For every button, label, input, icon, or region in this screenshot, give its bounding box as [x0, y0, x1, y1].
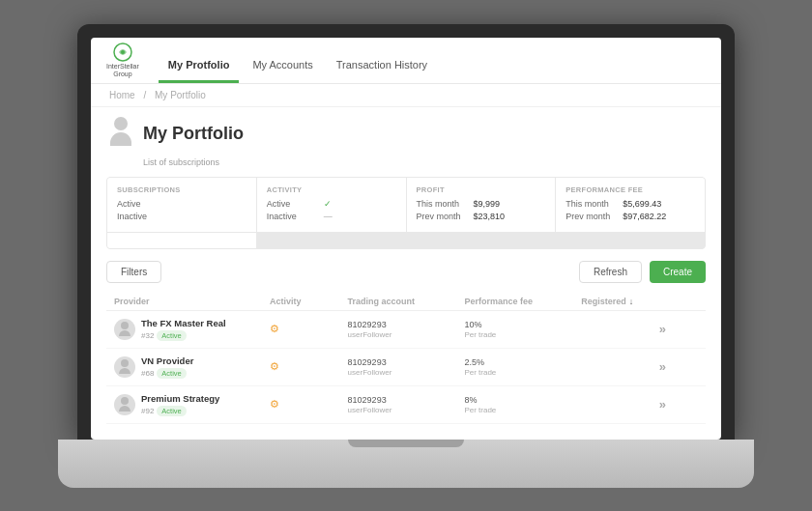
stat-perf-this: This month $5,699.43 — [566, 199, 695, 209]
avatar-body — [110, 132, 131, 146]
trading-info-1: 81029293 userFollower — [348, 320, 465, 339]
stat-perf-prev: Prev month $97,682.22 — [566, 212, 695, 221]
stat-row-inactive-sub: Inactive — [117, 212, 246, 221]
stat-key-active: Active — [117, 199, 170, 209]
provider-info-1: The FX Master Real #32 Active — [114, 318, 270, 341]
create-button[interactable]: Create — [650, 261, 706, 283]
refresh-button[interactable]: Refresh — [579, 261, 642, 283]
provider-details-2: VN Provider #68 Active — [141, 355, 193, 379]
activity-col-3: ⚙ — [270, 398, 348, 411]
provider-name-3: Premium Strategy — [141, 393, 219, 404]
activity-col-1: ⚙ — [270, 323, 348, 335]
toolbar: Filters Refresh Create — [106, 261, 706, 283]
stat-perf-fee-label: PERFORMANCE FEE — [566, 185, 695, 194]
laptop-base — [58, 440, 754, 488]
stat-profitable — [107, 233, 256, 248]
stat-profit-prev: Prev month $23,810 — [417, 212, 546, 221]
perf-pct-1: 10% — [464, 320, 581, 329]
trading-type-2: userFollower — [348, 368, 465, 377]
breadcrumb: Home / My Portfolio — [91, 84, 721, 107]
provider-avatar-2 — [114, 356, 135, 378]
stat-subscriptions-label: SUBSCRIPTIONS — [117, 185, 246, 194]
table-row: Premium Strategy #92 Active ⚙ 81029 — [106, 386, 706, 424]
col-header-perf: Performance fee — [464, 297, 581, 306]
trading-info-3: 81029293 userFollower — [348, 395, 465, 414]
dash-icon: — — [324, 212, 333, 221]
active-badge-1: Active — [157, 330, 186, 341]
provider-avatar-1 — [114, 319, 135, 340]
perf-type-2: Per trade — [464, 368, 581, 377]
filters-button[interactable]: Filters — [106, 261, 161, 283]
stat-key-inactive: Inactive — [117, 212, 170, 221]
main-content: My Portfolio List of subscriptions SUBSC… — [91, 107, 721, 440]
logo: InterStellarGroup — [106, 42, 139, 77]
chevron-right-icon-3: » — [659, 397, 666, 412]
sort-arrow-icon: ↓ — [629, 297, 634, 306]
stat-activity-label: ACTIVITY — [267, 185, 396, 194]
stat-row-active-sub: Active — [117, 199, 246, 209]
stat-act-inactive-key: Inactive — [267, 212, 320, 221]
table-row: The FX Master Real #32 Active ⚙ 810 — [106, 311, 706, 349]
stat-profit-prev-key: Prev month — [417, 212, 470, 221]
trading-account-2: 81029293 — [348, 357, 465, 367]
perf-pct-3: 8% — [464, 395, 581, 405]
row-action-1[interactable]: » — [659, 322, 698, 336]
table-header: Provider Activity Trading account Perfor… — [106, 293, 706, 311]
toolbar-right: Refresh Create — [579, 261, 706, 283]
chevron-right-icon-1: » — [659, 322, 666, 336]
avatar-head — [114, 117, 128, 130]
avatar — [106, 117, 135, 152]
stat-perf-prev-val: $97,682.22 — [623, 212, 666, 221]
provider-name-2: VN Provider — [141, 355, 193, 366]
stat-perf-this-val: $5,699.43 — [623, 199, 661, 209]
chevron-right-icon-2: » — [659, 359, 666, 374]
logo-text: InterStellarGroup — [106, 63, 139, 77]
provider-badge-3: #92 Active — [141, 406, 219, 416]
svg-point-1 — [121, 50, 125, 54]
stat-profit-this-key: This month — [417, 199, 470, 209]
gear-icon-3[interactable]: ⚙ — [270, 398, 279, 410]
portfolio-header: My Portfolio — [106, 117, 706, 152]
check-icon: ✓ — [324, 199, 332, 209]
breadcrumb-separator: / — [143, 90, 146, 100]
gear-icon-1[interactable]: ⚙ — [270, 323, 279, 334]
trading-account-3: 81029293 — [348, 395, 465, 405]
nav-tab-history[interactable]: Transaction History — [327, 59, 437, 83]
breadcrumb-home[interactable]: Home — [109, 90, 135, 100]
screen-bezel: InterStellarGroup My Protfolio My Accoun… — [77, 24, 735, 440]
stat-profit-label: PROFIT — [417, 185, 546, 194]
trading-type-1: userFollower — [348, 330, 465, 339]
col-header-trading: Trading account — [348, 297, 465, 306]
col-header-activity: Activity — [270, 297, 348, 306]
stat-activity: ACTIVITY Active ✓ Inactive — — [257, 178, 406, 232]
provider-avatar-3 — [114, 394, 135, 415]
provider-details-3: Premium Strategy #92 Active — [141, 393, 219, 416]
stats-grid: SUBSCRIPTIONS Active Inactive ACTIVITY — [106, 177, 706, 249]
provider-info-3: Premium Strategy #92 Active — [114, 393, 270, 416]
stat-act-active-key: Active — [267, 199, 320, 209]
row-action-3[interactable]: » — [659, 397, 698, 412]
perf-info-2: 2.5% Per trade — [464, 357, 581, 377]
nav-tab-portfolio[interactable]: My Protfolio — [159, 59, 240, 83]
stat-perf-fee: PERFORMANCE FEE This month $5,699.43 Pre… — [556, 178, 705, 232]
stat-profit-this: This month $9,999 — [417, 199, 546, 209]
perf-type-1: Per trade — [464, 330, 581, 339]
active-badge-3: Active — [157, 406, 186, 416]
top-navigation: InterStellarGroup My Protfolio My Accoun… — [91, 38, 721, 84]
perf-info-3: 8% Per trade — [464, 395, 581, 414]
stat-row-inactive-act: Inactive — — [267, 212, 396, 221]
perf-type-3: Per trade — [464, 406, 581, 414]
gear-icon-2[interactable]: ⚙ — [270, 360, 279, 372]
row-action-2[interactable]: » — [659, 359, 698, 374]
stat-row-active-act: Active ✓ — [267, 199, 396, 209]
stat-profit-this-val: $9,999 — [474, 199, 501, 209]
logo-icon — [112, 42, 133, 63]
col-header-registered[interactable]: Registered ↓ — [581, 297, 659, 306]
nav-tab-accounts[interactable]: My Accounts — [243, 59, 322, 83]
provider-id-3: #92 — [141, 407, 154, 415]
app-container: InterStellarGroup My Protfolio My Accoun… — [91, 38, 721, 440]
stat-subscriptions: SUBSCRIPTIONS Active Inactive — [107, 178, 256, 232]
provider-badge-1: #32 Active — [141, 330, 226, 341]
laptop-shell: InterStellarGroup My Protfolio My Accoun… — [58, 24, 754, 488]
col-header-actions — [659, 297, 698, 306]
